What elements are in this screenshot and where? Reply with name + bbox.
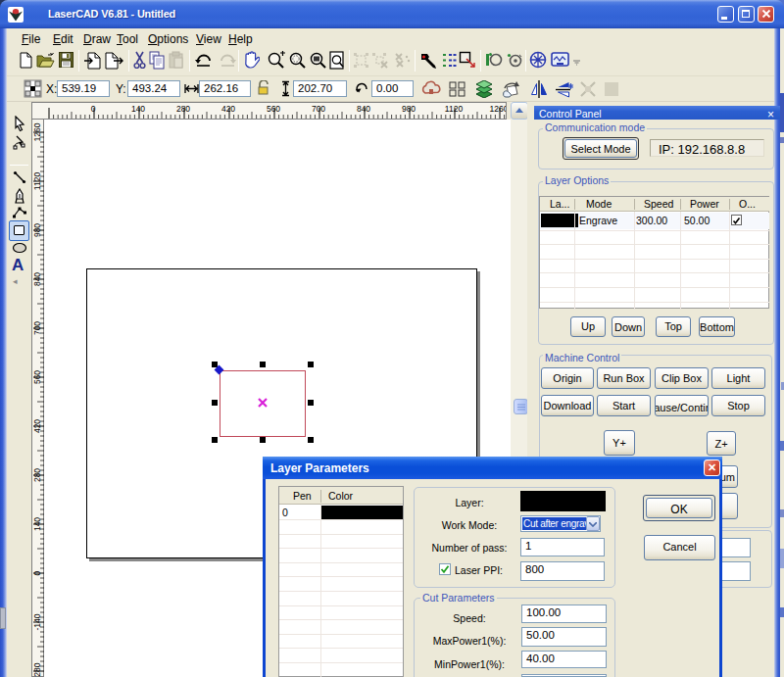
svg-text:840: 840 bbox=[357, 104, 370, 114]
svg-text:0: 0 bbox=[32, 570, 42, 575]
svg-text:980: 980 bbox=[402, 104, 416, 114]
svg-text:140: 140 bbox=[131, 104, 145, 114]
svg-text:-140: -140 bbox=[32, 613, 42, 630]
svg-text:-280: -280 bbox=[32, 662, 42, 677]
svg-text:1120: 1120 bbox=[32, 172, 42, 191]
svg-text:700: 700 bbox=[312, 104, 325, 114]
svg-text:1260: 1260 bbox=[32, 122, 42, 141]
svg-text:0: 0 bbox=[91, 104, 96, 114]
svg-text:420: 420 bbox=[221, 104, 235, 114]
svg-text:1260: 1260 bbox=[490, 104, 507, 114]
svg-text:280: 280 bbox=[176, 104, 190, 114]
svg-text:1120: 1120 bbox=[445, 104, 464, 114]
svg-text:560: 560 bbox=[267, 104, 280, 114]
